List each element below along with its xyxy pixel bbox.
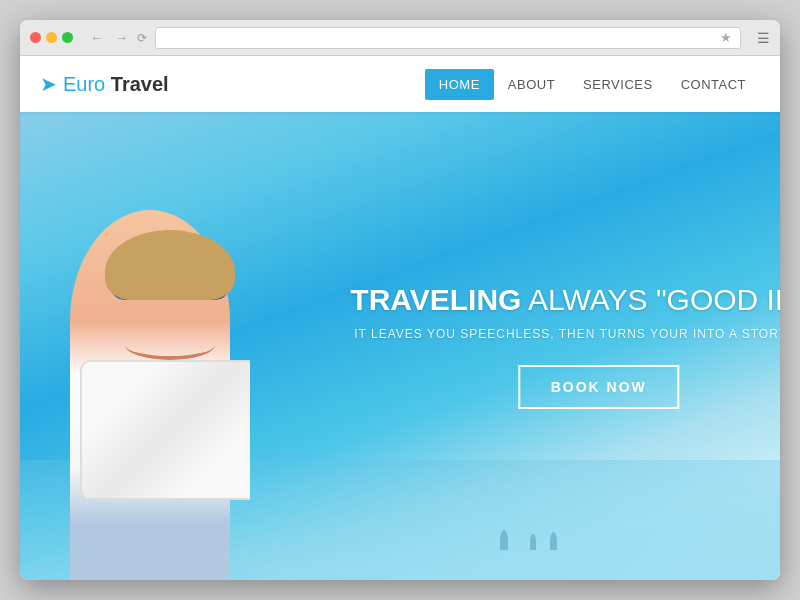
logo-travel: Travel xyxy=(105,73,168,95)
site-header: ➤ Euro Travel HOME ABOUT SERVICES CONTAC… xyxy=(20,56,780,112)
beach-figure-2 xyxy=(530,534,536,550)
close-button[interactable] xyxy=(30,32,41,43)
browser-nav: ← → ⟳ xyxy=(87,28,147,47)
refresh-button[interactable]: ⟳ xyxy=(137,31,147,45)
hero-content: TRAVELING ALWAYS "GOOD IDEA" IT LEAVES Y… xyxy=(350,283,780,409)
hero-boy-image xyxy=(50,210,250,580)
hero-headline: TRAVELING ALWAYS "GOOD IDEA" xyxy=(350,283,780,317)
website: ➤ Euro Travel HOME ABOUT SERVICES CONTAC… xyxy=(20,56,780,580)
hero-subtext: IT LEAVES YOU SPEECHLESS, THEN TURNS YOU… xyxy=(350,327,780,341)
traffic-lights xyxy=(30,32,73,43)
minimize-button[interactable] xyxy=(46,32,57,43)
boy-body xyxy=(70,210,230,580)
hero-headline-bold: TRAVELING xyxy=(350,283,521,316)
bookmark-icon[interactable]: ★ xyxy=(720,30,732,45)
plane-icon: ➤ xyxy=(40,72,57,96)
nav-services[interactable]: SERVICES xyxy=(569,69,667,100)
book-now-button[interactable]: BOOK NOW xyxy=(519,365,679,409)
back-button[interactable]: ← xyxy=(87,28,106,47)
boy-figure xyxy=(50,210,250,580)
hero-headline-rest: ALWAYS "GOOD IDEA" xyxy=(521,283,780,316)
logo-euro: Euro xyxy=(63,73,105,95)
address-bar[interactable]: ★ xyxy=(155,27,741,49)
maximize-button[interactable] xyxy=(62,32,73,43)
beach-figure-3 xyxy=(550,532,557,550)
forward-button[interactable]: → xyxy=(112,28,131,47)
hero-section: TRAVELING ALWAYS "GOOD IDEA" IT LEAVES Y… xyxy=(20,112,780,580)
nav-about[interactable]: ABOUT xyxy=(494,69,569,100)
boy-towel xyxy=(80,360,250,500)
menu-icon[interactable]: ☰ xyxy=(757,30,770,46)
browser-titlebar: ← → ⟳ ★ ☰ xyxy=(20,20,780,56)
nav-home[interactable]: HOME xyxy=(425,69,494,100)
logo-text: Euro Travel xyxy=(63,73,169,96)
browser-window: ← → ⟳ ★ ☰ ➤ Euro Travel HOME ABOUT SERVI… xyxy=(20,20,780,580)
boy-hair xyxy=(105,230,235,300)
nav-contact[interactable]: CONTACT xyxy=(667,69,760,100)
site-logo: ➤ Euro Travel xyxy=(40,72,169,96)
site-nav: HOME ABOUT SERVICES CONTACT xyxy=(425,69,760,100)
boy-smile xyxy=(125,330,215,360)
beach-figure-1 xyxy=(500,530,508,550)
